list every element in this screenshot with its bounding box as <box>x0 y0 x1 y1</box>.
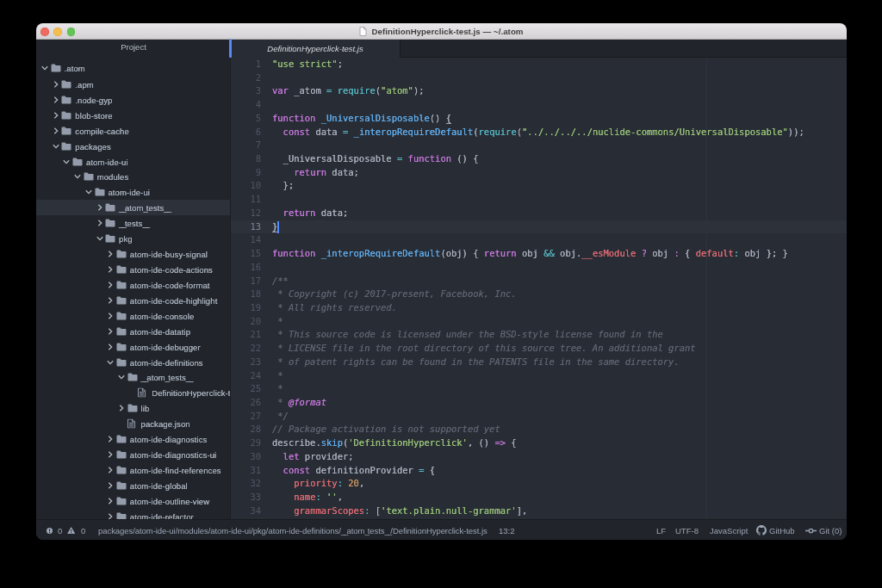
tree-folder-atom-ide-outline-view[interactable]: atom-ide-outline-view <box>36 493 230 509</box>
tree-folder-atom-ide-diagnostics[interactable]: atom-ide-diagnostics <box>36 431 230 447</box>
code-line-5[interactable]: 5function _UniversalDisposable() { <box>231 112 847 126</box>
minimize-button[interactable] <box>53 28 62 36</box>
tree-folder-atom-ide-refactor[interactable]: atom-ide-refactor <box>36 509 230 519</box>
tree-folder--atom-tests-[interactable]: __atom_tests__ <box>36 200 230 215</box>
code-line-10[interactable]: 10 }; <box>231 179 847 193</box>
zoom-button[interactable] <box>67 28 76 36</box>
code-line-23[interactable]: 23 * of patent rights can be found in th… <box>231 356 847 369</box>
tree-folder-atom-ide-code-highlight[interactable]: atom-ide-code-highlight <box>36 293 230 308</box>
tree-folder--atom[interactable]: .atom <box>36 59 230 77</box>
code-line-33[interactable]: 33 name: '', <box>231 491 847 504</box>
atom-window: DefinitionHyperclick-test.js — ~/.atom P… <box>36 23 847 540</box>
file-path-status[interactable]: packages/atom-ide-ui/modules/atom-ide-ui… <box>98 520 488 540</box>
code-line-7[interactable]: 7 <box>231 139 847 152</box>
code-line-29[interactable]: 29describe.skip('DefinitionHyperclick', … <box>231 436 847 450</box>
code-line-9[interactable]: 9 return data; <box>231 166 847 180</box>
tree-folder--atom-tests-[interactable]: __atom_tests__ <box>36 370 230 386</box>
code-line-20[interactable]: 20 * <box>231 315 847 329</box>
github-label: GitHub <box>769 526 795 535</box>
code-line-8[interactable]: 8 _UniversalDisposable = function () { <box>231 152 847 166</box>
code-line-17[interactable]: 17/** <box>231 275 847 288</box>
code-line-15[interactable]: 15function _interopRequireDefault(obj) {… <box>231 247 847 261</box>
tree-folder-atom-ide-debugger[interactable]: atom-ide-debugger <box>36 339 230 355</box>
tree-file-definitionhyperclick-test-js[interactable]: DefinitionHyperclick-test.js <box>36 385 230 400</box>
title-bar[interactable]: DefinitionHyperclick-test.js — ~/.atom <box>36 23 847 40</box>
cursor-position-status[interactable]: 13:2 <box>499 520 515 540</box>
code-line-13[interactable]: 13} <box>231 220 847 234</box>
code-line-14[interactable]: 14 <box>231 233 847 247</box>
code-line-24[interactable]: 24 * <box>231 369 847 383</box>
diagnostics-warnings[interactable]: 0 <box>67 520 85 540</box>
tree-folder--apm[interactable]: .apm <box>36 77 230 92</box>
folder-icon <box>72 158 83 166</box>
code-line-3[interactable]: 3var _atom = require("atom"); <box>231 84 847 98</box>
chevron-down-icon <box>96 235 103 242</box>
close-button[interactable] <box>40 28 49 36</box>
code-line-11[interactable]: 11 <box>231 193 847 207</box>
tree-folder--tests-[interactable]: __tests__ <box>36 215 230 231</box>
folder-icon <box>116 265 127 274</box>
folder-icon <box>105 234 115 243</box>
line-ending-status[interactable]: LF <box>656 520 666 540</box>
line-number: 13 <box>231 220 261 234</box>
grammar-status[interactable]: JavaScript <box>710 520 748 540</box>
github-status[interactable]: GitHub <box>756 520 795 540</box>
warning-icon <box>67 527 75 534</box>
line-number: 25 <box>231 382 261 396</box>
folder-icon <box>105 203 115 212</box>
tree-folder-packages[interactable]: packages <box>36 139 230 154</box>
line-number: 5 <box>231 112 261 126</box>
code-line-21[interactable]: 21 * This source code is licensed under … <box>231 328 847 342</box>
code-line-25[interactable]: 25 * <box>231 382 847 396</box>
code-line-2[interactable]: 2 <box>231 71 847 85</box>
tree-folder-atom-ide-code-actions[interactable]: atom-ide-code-actions <box>36 262 230 277</box>
code-line-26[interactable]: 26 * @format <box>231 396 847 410</box>
tree-folder-atom-ide-ui[interactable]: atom-ide-ui <box>36 184 230 200</box>
chevron-right-icon <box>107 344 114 350</box>
project-panel-header[interactable]: Project <box>36 40 231 59</box>
code-line-27[interactable]: 27 */ <box>231 410 847 424</box>
code-line-34[interactable]: 34 grammarScopes: ['text.plain.null-gram… <box>231 504 847 518</box>
tree-folder-blob-store[interactable]: blob-store <box>36 108 230 123</box>
tree-folder-atom-ide-definitions[interactable]: atom-ide-definitions <box>36 355 230 370</box>
code-line-28[interactable]: 28// Package activation is not supported… <box>231 423 847 436</box>
code-line-4[interactable]: 4 <box>231 98 847 112</box>
tree-folder-atom-ide-global[interactable]: atom-ide-global <box>36 478 230 493</box>
tree-view[interactable]: .atom.apm.node-gypblob-storecompile-cach… <box>36 58 231 519</box>
tree-folder-atom-ide-find-references[interactable]: atom-ide-find-references <box>36 462 230 478</box>
tree-file-package-json[interactable]: package.json <box>36 416 230 431</box>
tree-folder-lib[interactable]: lib <box>36 400 230 416</box>
code-line-22[interactable]: 22 * LICENSE file in the root directory … <box>231 342 847 356</box>
tree-folder-atom-ide-diagnostics-ui[interactable]: atom-ide-diagnostics-ui <box>36 447 230 462</box>
tree-folder-compile-cache[interactable]: compile-cache <box>36 123 230 139</box>
chevron-right-icon <box>107 436 114 443</box>
chevron-right-icon <box>96 220 103 226</box>
tree-folder-modules[interactable]: modules <box>36 170 230 185</box>
code-line-18[interactable]: 18 * Copyright (c) 2017-present, Faceboo… <box>231 288 847 301</box>
folder-icon <box>116 250 127 258</box>
tab-active[interactable]: DefinitionHyperclick-test.js <box>231 40 401 59</box>
encoding-status[interactable]: UTF-8 <box>675 520 699 540</box>
tree-folder-atom-ide-busy-signal[interactable]: atom-ide-busy-signal <box>36 246 230 262</box>
code-line-32[interactable]: 32 priority: 20, <box>231 477 847 491</box>
code-line-31[interactable]: 31 const definitionProvider = { <box>231 464 847 478</box>
tree-folder-atom-ide-code-format[interactable]: atom-ide-code-format <box>36 277 230 293</box>
tree-folder-atom-ide-ui[interactable]: atom-ide-ui <box>36 154 230 170</box>
tree-folder-pkg[interactable]: pkg <box>36 231 230 246</box>
document-proxy-icon[interactable] <box>359 27 367 36</box>
editor-pane[interactable]: 1"use strict";23var _atom = require("ato… <box>231 58 847 519</box>
code-line-6[interactable]: 6 const data = _interopRequireDefault(re… <box>231 126 847 139</box>
tree-folder--node-gyp[interactable]: .node-gyp <box>36 92 230 108</box>
code-line-16[interactable]: 16 <box>231 261 847 275</box>
tree-folder-atom-ide-console[interactable]: atom-ide-console <box>36 308 230 324</box>
tree-folder-atom-ide-datatip[interactable]: atom-ide-datatip <box>36 324 230 339</box>
code-line-30[interactable]: 30 let provider; <box>231 450 847 464</box>
line-number: 34 <box>231 504 261 518</box>
code-line-12[interactable]: 12 return data; <box>231 207 847 220</box>
diagnostics-errors[interactable]: 0 <box>47 520 62 540</box>
git-status[interactable]: Git (0) <box>805 520 842 540</box>
folder-icon <box>61 142 71 151</box>
code-line-1[interactable]: 1"use strict"; <box>231 58 847 71</box>
code-line-19[interactable]: 19 * All rights reserved. <box>231 301 847 315</box>
line-number: 29 <box>231 436 261 450</box>
